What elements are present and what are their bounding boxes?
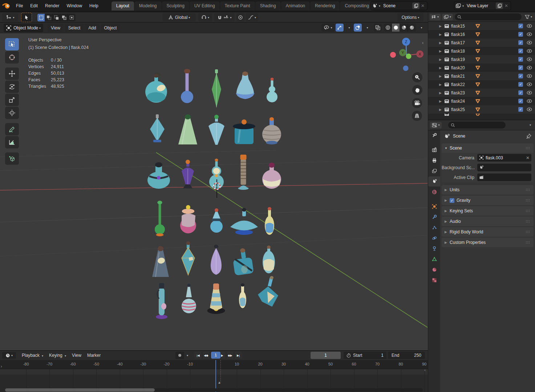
outliner-item-flask20[interactable]: ▶flask20✓ [428,64,535,72]
expand-arrow-icon[interactable]: ▶ [439,83,444,86]
scene-name[interactable]: Scene [380,3,412,8]
viewport-menu-view[interactable]: View [48,24,64,32]
section-arrow-icon[interactable]: ▶ [445,199,450,202]
overlays-dropdown[interactable]: ▾ [363,24,371,32]
expand-arrow-icon[interactable]: ▶ [439,66,444,70]
outliner-item-flask19[interactable]: ▶flask19✓ [428,55,535,64]
flask-object[interactable] [230,208,258,235]
section-arrow-icon[interactable]: ▶ [445,230,450,234]
timeline-editor-type-button[interactable]: ▾ [2,352,16,359]
shading-dropdown[interactable]: ▾ [417,24,425,32]
section-drag-handle[interactable] [526,230,531,233]
section-drag-handle[interactable] [526,209,531,212]
section-keying-sets[interactable]: ▶Keying Sets [442,206,534,216]
select-mode-intersect[interactable] [68,14,76,21]
object-name[interactable]: flask22 [451,82,475,87]
section-rigid-body-world[interactable]: ▶Rigid Body World [442,227,534,237]
gizmo-dropdown[interactable]: ▾ [345,24,353,32]
object-name[interactable]: flask15 [451,24,475,29]
properties-tab-object[interactable] [428,201,440,212]
camera-view-button[interactable] [412,98,422,108]
selectable-checkbox[interactable]: ✓ [518,32,523,37]
workspace-tab-shading[interactable]: Shading [255,1,281,11]
outliner-display-mode-dropdown[interactable]: ▾ [430,14,441,20]
workspace-tab-compositing[interactable]: Compositing [340,1,374,11]
selectable-checkbox[interactable]: ✓ [518,82,523,87]
snap-toggle-button[interactable]: ▾ [214,13,235,21]
section-drag-handle[interactable] [526,241,531,244]
menu-help[interactable]: Help [86,2,102,10]
timeline-ruler[interactable]: -80-70-60-50-40-30-20-101020304050607080… [0,360,428,369]
outliner-item-flask22[interactable]: ▶flask22✓ [428,80,535,89]
properties-tab-output[interactable] [428,155,440,166]
timeline-scrollbar-thumb[interactable] [5,388,155,392]
selectable-checkbox[interactable]: ✓ [518,57,523,62]
selectable-checkbox[interactable]: ✓ [518,99,523,103]
flask-object[interactable] [182,284,196,314]
tool-measure[interactable] [5,136,19,148]
workspace-tab-texture-paint[interactable]: Texture Paint [220,1,255,11]
marker-triangle[interactable]: ▲ [218,380,221,384]
properties-options-dropdown[interactable]: ▾ [530,123,531,127]
flask-object[interactable] [265,207,274,235]
options-dropdown[interactable]: Options ▾ [397,13,423,21]
frame-end-field[interactable]: End 250 [388,352,425,359]
flask-object[interactable] [182,241,195,275]
hide-eye-icon[interactable] [527,99,532,103]
sidebar-collapse-arrow[interactable]: ‹ [422,40,423,45]
navigation-gizmo[interactable]: Z Y X [386,34,427,75]
workspace-tab-animation[interactable]: Animation [281,1,310,11]
flask-object[interactable] [152,246,169,277]
flask-object[interactable] [178,114,197,144]
field-input[interactable]: flask.003✕ [477,154,531,162]
scene-panel-header[interactable]: ▼ Scene [442,143,534,153]
selectable-checkbox[interactable]: ✓ [518,74,523,78]
outliner-item-flask25[interactable]: ▶flask25✓ [428,105,535,114]
section-drag-handle[interactable] [526,220,531,223]
view-layer-selector[interactable]: ▾ View Layer ✕ [454,1,511,10]
section-arrow-icon[interactable]: ▶ [445,220,450,223]
hide-eye-icon[interactable] [527,49,532,53]
flask-object[interactable] [233,248,254,275]
selectability-visibility-dropdown[interactable]: ▾ [321,24,335,32]
properties-tab-world[interactable] [428,187,440,197]
flask-object[interactable] [239,283,246,309]
tool-scale[interactable] [5,94,19,106]
pan-button[interactable] [412,85,422,95]
gizmo-minus-z-axis[interactable] [403,66,409,71]
outliner-item-flask23[interactable]: ▶flask23✓ [428,89,535,97]
expand-arrow-icon[interactable]: ▶ [439,24,444,28]
flask-object[interactable] [210,208,223,233]
flask-object[interactable] [208,115,224,145]
section-arrow-icon[interactable]: ▶ [445,188,450,192]
hide-eye-icon[interactable] [527,82,532,86]
outliner-item-flask18[interactable]: ▶flask18✓ [428,47,535,55]
flask-object[interactable] [236,72,254,99]
outliner-item-flask24[interactable]: ▶flask24✓ [428,97,535,105]
tool-add-cube[interactable] [5,152,19,165]
playhead[interactable] [215,360,216,392]
gravity-checkbox[interactable]: ✓ [450,198,454,203]
hide-eye-icon[interactable] [527,107,532,111]
selectable-checkbox[interactable]: ✓ [518,90,523,95]
editor-type-button[interactable]: ▾ [2,13,18,21]
hide-eye-icon[interactable] [527,32,532,36]
blender-logo-icon[interactable] [0,3,12,9]
new-scene-button[interactable] [412,3,420,9]
properties-tab-modifiers[interactable] [428,212,440,222]
show-overlays-toggle[interactable] [354,24,362,32]
flask-object[interactable] [181,69,193,103]
expand-arrow-icon[interactable]: ▶ [439,49,444,53]
new-view-layer-button[interactable] [496,3,503,9]
timeline-collapse-arrow[interactable]: ‹ [424,368,426,372]
jump-to-start-button[interactable]: |◀ [194,352,202,359]
properties-tab-view-layer[interactable] [428,166,440,176]
object-name[interactable]: flask24 [451,99,475,104]
properties-tab-scene[interactable] [428,176,440,187]
properties-tab-physics[interactable] [428,233,440,243]
gizmo-minus-y-axis[interactable] [406,54,412,59]
flask-object[interactable] [262,163,281,189]
expand-arrow-icon[interactable]: ▶ [439,58,444,61]
flask-object[interactable] [145,73,167,103]
field-input[interactable] [477,173,531,181]
